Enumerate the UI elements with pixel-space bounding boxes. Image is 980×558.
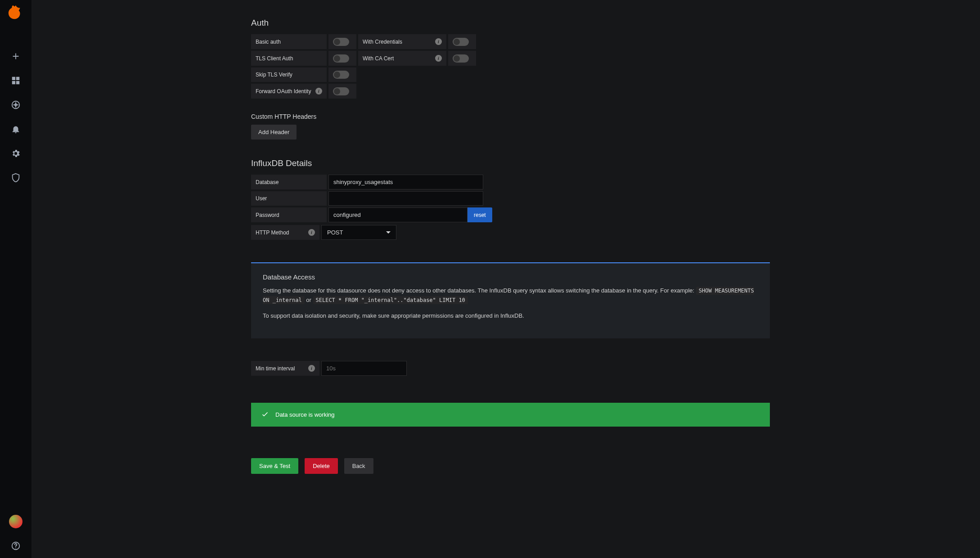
section-auth-title: Auth: [251, 18, 770, 28]
forward-oauth-label-text: Forward OAuth Identity: [256, 88, 311, 94]
section-custom-headers-title: Custom HTTP Headers: [251, 113, 770, 120]
delete-button[interactable]: Delete: [305, 458, 338, 474]
with-ca-cert-label-text: With CA Cert: [363, 55, 394, 62]
section-influx-title: InfluxDB Details: [251, 158, 770, 168]
password-input[interactable]: configured: [328, 207, 468, 222]
user-input[interactable]: [328, 191, 483, 206]
check-icon: [261, 410, 269, 419]
action-button-row: Save & Test Delete Back: [251, 458, 770, 474]
info-panel-title: Database Access: [263, 273, 758, 281]
with-ca-cert-toggle[interactable]: [453, 54, 469, 63]
nav-alerting[interactable]: [0, 117, 31, 141]
alert-message: Data source is working: [275, 411, 335, 418]
http-method-select[interactable]: POST: [321, 225, 396, 240]
password-label: Password: [251, 207, 327, 222]
http-method-value: POST: [327, 229, 343, 236]
forward-oauth-label: Forward OAuth Identityi: [251, 84, 327, 99]
forward-oauth-toggle[interactable]: [333, 87, 349, 95]
user-label: User: [251, 191, 327, 206]
sidebar: [0, 0, 31, 558]
tls-client-auth-label-text: TLS Client Auth: [256, 55, 293, 62]
basic-auth-toggle-cell: [328, 34, 356, 49]
http-method-label-text: HTTP Method: [256, 230, 289, 236]
with-credentials-label-text: With Credentials: [363, 39, 402, 45]
nav-dashboards[interactable]: [0, 68, 31, 93]
reset-password-button[interactable]: reset: [468, 207, 492, 222]
with-credentials-toggle-cell: [448, 34, 476, 49]
min-time-interval-label: Min time intervali: [251, 361, 319, 376]
tls-client-auth
-label: TLS Client Auth: [251, 51, 327, 66]
info-icon[interactable]: i: [435, 38, 442, 45]
with-ca-cert-label: With CA Certi: [358, 51, 446, 66]
info-panel-p1: Setting the database for this datasource…: [263, 286, 758, 305]
info-panel-p2: To support data isolation and security, …: [263, 311, 758, 321]
info-panel-or: or: [306, 297, 313, 303]
info-panel-code2: SELECT * FROM "_internal".."database" LI…: [313, 296, 468, 304]
datasource-working-alert: Data source is working: [251, 403, 770, 427]
tls-client-auth-toggle-cell: [328, 51, 356, 66]
nav-create[interactable]: [0, 44, 31, 68]
basic-auth-label-text: Basic auth: [256, 39, 281, 45]
database-input[interactable]: shinyproxy_usagestats: [328, 175, 483, 189]
save-and-test-button[interactable]: Save & Test: [251, 458, 298, 474]
nav-user-avatar[interactable]: [0, 509, 31, 534]
basic-auth-label: Basic auth: [251, 34, 327, 49]
info-panel-p1-text: Setting the database for this datasource…: [263, 287, 696, 294]
with-credentials-toggle[interactable]: [453, 38, 469, 46]
min-time-interval-input[interactable]: [321, 361, 407, 376]
min-time-interval-label-text: Min time interval: [256, 365, 295, 372]
info-icon[interactable]: i: [435, 55, 442, 62]
chevron-down-icon: [386, 231, 391, 234]
forward-oauth-toggle-cell: [328, 84, 356, 99]
skip-tls-verify-label-text: Skip TLS Verify: [256, 72, 292, 78]
nav-server-admin[interactable]: [0, 166, 31, 190]
svg-point-3: [15, 548, 16, 549]
nav-configuration[interactable]: [0, 141, 31, 166]
skip-tls-verify-label: Skip TLS Verify: [251, 68, 327, 82]
database-label-text: Database: [256, 179, 279, 185]
nav-help[interactable]: [0, 534, 31, 558]
back-button[interactable]: Back: [344, 458, 373, 474]
with-credentials-label: With Credentialsi: [358, 34, 446, 49]
skip-tls-verify-toggle[interactable]: [333, 71, 349, 79]
basic-auth-toggle[interactable]: [333, 38, 349, 46]
info-icon[interactable]: i: [315, 88, 322, 94]
avatar: [9, 515, 22, 528]
main-content: Auth Basic auth With Credentialsi TLS Cl…: [31, 0, 980, 558]
password-label-text: Password: [256, 212, 279, 218]
tls-client-auth-toggle[interactable]: [333, 54, 349, 63]
grafana-logo[interactable]: [7, 4, 24, 22]
info-icon[interactable]: i: [308, 365, 315, 372]
database-access-info-panel: Database Access Setting the database for…: [251, 262, 770, 338]
skip-tls-verify-toggle-cell: [328, 68, 356, 82]
database-label: Database: [251, 175, 327, 189]
with-ca-cert-toggle-cell: [448, 51, 476, 66]
http-method-label: HTTP Methodi: [251, 225, 319, 240]
nav-explore[interactable]: [0, 93, 31, 117]
add-header-button[interactable]: Add Header: [251, 125, 297, 140]
info-icon[interactable]: i: [308, 229, 315, 236]
user-label-text: User: [256, 195, 267, 202]
